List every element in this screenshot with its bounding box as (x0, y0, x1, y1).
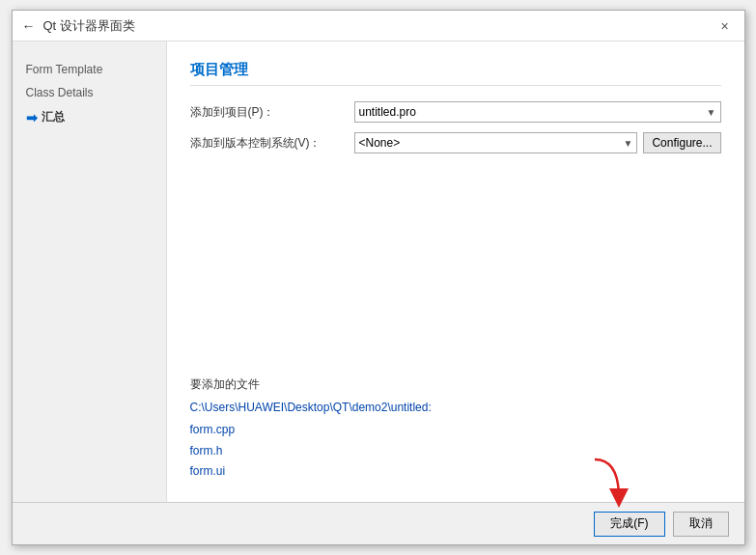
section-title: 项目管理 (190, 61, 721, 86)
vcs-dropdown-arrow-icon: ▼ (624, 138, 633, 149)
back-arrow-icon[interactable]: ← (22, 18, 36, 34)
files-section-title: 要添加的文件 (190, 376, 721, 393)
add-to-vcs-row: 添加到版本控制系统(V)： <None> ▼ Configure... (190, 132, 721, 153)
cancel-button[interactable]: 取消 (673, 512, 729, 537)
title-bar: ← Qt 设计器界面类 × (13, 11, 744, 42)
vcs-dropdown[interactable]: <None> ▼ (354, 132, 638, 153)
close-button[interactable]: × (715, 16, 735, 36)
files-section: 要添加的文件 C:\Users\HUAWEI\Desktop\QT\demo2\… (190, 376, 721, 483)
dialog-title: Qt 设计器界面类 (43, 17, 135, 35)
project-dropdown-arrow-icon: ▼ (707, 107, 716, 118)
sidebar: Form Template Class Details ➡ 汇总 (13, 42, 167, 502)
content-area: Form Template Class Details ➡ 汇总 项目管理 添加… (13, 42, 744, 502)
sidebar-item-form-template[interactable]: Form Template (22, 61, 156, 78)
add-to-project-dropdown[interactable]: untitled.pro ▼ (354, 101, 721, 123)
sidebar-item-summary[interactable]: ➡ 汇总 (22, 107, 156, 127)
add-to-vcs-label: 添加到版本控制系统(V)： (190, 135, 354, 152)
configure-button[interactable]: Configure... (643, 132, 720, 153)
add-to-project-label: 添加到项目(P)： (190, 104, 354, 121)
file-list: form.cpp form.h form.ui (190, 420, 721, 483)
finish-button[interactable]: 完成(F) (594, 512, 664, 537)
red-arrow-icon (580, 455, 629, 508)
file-path: C:\Users\HUAWEI\Desktop\QT\demo2\untitle… (190, 401, 721, 414)
bottom-bar: 完成(F) 取消 (13, 502, 744, 544)
active-arrow-icon: ➡ (26, 110, 38, 125)
list-item: form.cpp (190, 420, 721, 441)
sidebar-item-class-details[interactable]: Class Details (22, 84, 156, 101)
dialog: ← Qt 设计器界面类 × Form Template Class Detail… (12, 10, 745, 545)
main-panel: 项目管理 添加到项目(P)： untitled.pro ▼ 添加到版本控制系统(… (167, 42, 744, 502)
list-item: form.ui (190, 461, 721, 483)
list-item: form.h (190, 441, 721, 462)
add-to-project-row: 添加到项目(P)： untitled.pro ▼ (190, 101, 721, 123)
